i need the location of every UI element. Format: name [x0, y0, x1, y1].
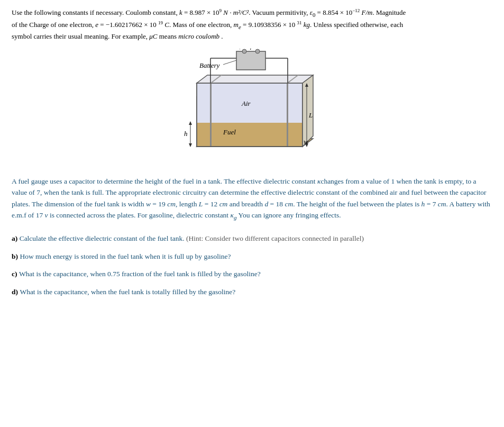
constants-line1: Use the following constants if necessary…: [12, 8, 406, 16]
svg-marker-31: [189, 143, 192, 147]
question-a-label: a): [12, 234, 20, 242]
question-c-label: c): [12, 270, 19, 278]
questions-section: a) Calculate the effective dielectric co…: [12, 233, 492, 297]
svg-line-22: [223, 60, 236, 65]
svg-text:−: −: [260, 49, 264, 52]
svg-text:h: h: [184, 130, 188, 138]
question-a-text: Calculate the effective dielectric const…: [20, 234, 364, 242]
question-b-label: b): [12, 252, 20, 260]
svg-text:Air: Air: [241, 99, 251, 107]
svg-point-16: [242, 49, 246, 53]
constants-line3: symbol carries their usual meaning. For …: [12, 32, 223, 40]
constants-section: Use the following constants if necessary…: [12, 7, 492, 42]
svg-text:w: w: [304, 138, 308, 146]
problem-text: A fuel gauge uses a capacitor to determi…: [12, 176, 492, 222]
question-b-text: How much energy is stored in the fuel ta…: [20, 252, 231, 260]
fuel-tank-diagram: + − V Battery Air Fuel L h w: [181, 49, 324, 160]
question-d-text: What is the capacitance, when the fuel t…: [20, 288, 235, 296]
question-d-label: d): [12, 288, 20, 296]
diagram-container: + − V Battery Air Fuel L h w: [12, 49, 492, 160]
svg-text:L: L: [308, 111, 313, 119]
question-a: a) Calculate the effective dielectric co…: [12, 233, 492, 244]
question-c-text: What is the capacitance, when 0.75 fract…: [19, 270, 261, 278]
svg-marker-30: [189, 121, 192, 125]
question-b: b) How much energy is stored in the fuel…: [12, 251, 492, 262]
svg-text:Fuel: Fuel: [223, 128, 236, 136]
svg-point-17: [255, 49, 260, 53]
question-d: d) What is the capacitance, when the fue…: [12, 286, 492, 298]
svg-text:Battery: Battery: [199, 61, 219, 69]
svg-text:+: +: [238, 49, 242, 52]
svg-rect-4: [210, 83, 212, 147]
constants-line2: of the Charge of one electron, e = −1.60…: [12, 21, 403, 29]
svg-rect-5: [287, 83, 288, 147]
question-c: c) What is the capacitance, when 0.75 fr…: [12, 268, 492, 280]
svg-rect-15: [236, 51, 265, 70]
